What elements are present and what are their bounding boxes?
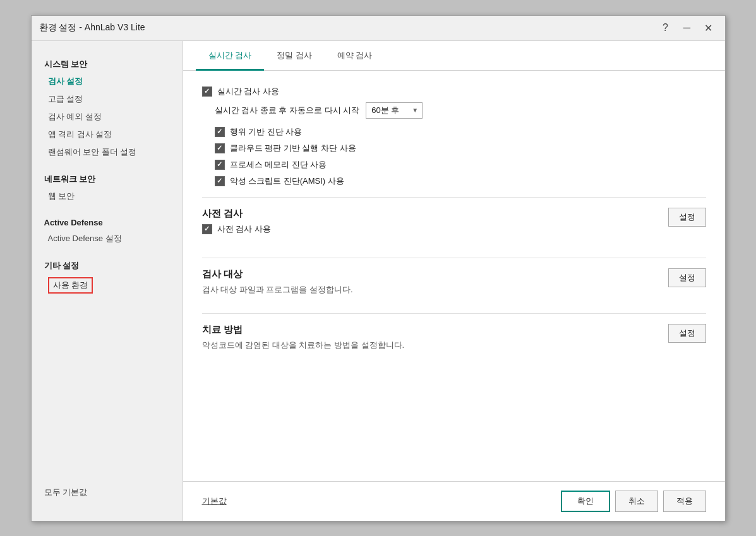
pre-scan-section: 사전 검사 사전 검사 사용 설정 — [202, 208, 706, 240]
sidebar-item-usage-env[interactable]: 사용 환경 — [48, 277, 93, 294]
memory-checkbox[interactable] — [215, 160, 225, 170]
behavior-label: 행위 기반 진단 사용 — [230, 126, 303, 138]
behavior-checkbox[interactable] — [215, 127, 225, 137]
treatment-settings-button[interactable]: 설정 — [668, 324, 706, 343]
pre-scan-title: 사전 검사 — [202, 208, 271, 220]
sidebar-section-active-defense: Active Defense — [32, 213, 183, 230]
bottom-left: 기본값 — [202, 495, 227, 507]
script-checkbox[interactable] — [215, 176, 225, 186]
scan-target-section: 검사 대상 검사 대상 파일과 프로그램을 설정합니다. 설정 — [202, 268, 706, 295]
pre-scan-header: 사전 검사 사전 검사 사용 설정 — [202, 208, 706, 240]
scan-target-desc: 검사 대상 파일과 프로그램을 설정합니다. — [202, 284, 353, 295]
scan-target-title: 검사 대상 — [202, 268, 353, 280]
divider-1 — [202, 197, 706, 198]
restart-row: 실시간 검사 종료 후 자동으로 다시 시작 60분 후 ▼ — [215, 102, 706, 119]
sidebar-section-other: 기타 설정 — [32, 255, 183, 274]
treatment-desc: 악성코드에 감염된 대상을 치료하는 방법을 설정합니다. — [202, 340, 405, 351]
cloud-label: 클라우드 평판 기반 실행 차단 사용 — [230, 143, 356, 154]
memory-row: 프로세스 메모리 진단 사용 — [215, 159, 706, 170]
window-title: 환경 설정 - AhnLab V3 Lite — [39, 22, 145, 33]
bottom-right: 확인 취소 적용 — [561, 491, 706, 512]
sidebar-section-system: 시스템 보안 — [32, 54, 183, 73]
title-bar: 환경 설정 - AhnLab V3 Lite ? ─ ✕ — [32, 16, 725, 41]
pre-scan-enable-row: 사전 검사 사용 — [202, 223, 271, 235]
sidebar-item-scan-settings[interactable]: 검사 설정 — [32, 73, 183, 90]
scan-target-header: 검사 대상 검사 대상 파일과 프로그램을 설정합니다. 설정 — [202, 268, 706, 295]
realtime-enable-checkbox[interactable] — [202, 86, 212, 97]
treatment-header: 치료 방법 악성코드에 감염된 대상을 치료하는 방법을 설정합니다. 설정 — [202, 324, 706, 351]
sidebar-item-web-security[interactable]: 웹 보안 — [32, 188, 183, 205]
divider-2 — [202, 258, 706, 258]
dropdown-arrow-icon: ▼ — [412, 107, 418, 114]
main-content: 실시간 검사 정밀 검사 예약 검사 실시간 검사 사용 실시간 검사 종료 후… — [183, 41, 725, 521]
apply-button[interactable]: 적용 — [663, 491, 706, 512]
main-window: 환경 설정 - AhnLab V3 Lite ? ─ ✕ 시스템 보안 검사 설… — [31, 15, 726, 521]
reset-all-link[interactable]: 모두 기본값 — [44, 487, 88, 497]
sidebar: 시스템 보안 검사 설정 고급 설정 검사 예외 설정 앱 격리 검사 설정 랜… — [32, 41, 183, 521]
help-button[interactable]: ? — [657, 21, 675, 35]
memory-label: 프로세스 메모리 진단 사용 — [230, 159, 327, 170]
divider-3 — [202, 313, 706, 314]
scan-target-settings-button[interactable]: 설정 — [668, 268, 706, 287]
treatment-title: 치료 방법 — [202, 324, 405, 336]
default-link[interactable]: 기본값 — [202, 496, 227, 506]
bottom-bar: 기본값 확인 취소 적용 — [183, 481, 725, 521]
sidebar-item-ransomware[interactable]: 랜섬웨어 보안 폴더 설정 — [32, 143, 183, 161]
cloud-checkbox[interactable] — [215, 143, 225, 153]
tab-realtime[interactable]: 실시간 검사 — [196, 41, 265, 71]
script-row: 악성 스크립트 진단(AMSI) 사용 — [215, 176, 706, 187]
tab-precise[interactable]: 정밀 검사 — [264, 41, 325, 71]
cancel-button[interactable]: 취소 — [615, 491, 658, 512]
content-area: 실시간 검사 사용 실시간 검사 종료 후 자동으로 다시 시작 60분 후 ▼… — [183, 71, 725, 481]
pre-scan-settings-button[interactable]: 설정 — [668, 208, 706, 227]
minimize-button[interactable]: ─ — [678, 21, 696, 35]
close-button[interactable]: ✕ — [700, 21, 717, 35]
scan-target-content: 검사 대상 검사 대상 파일과 프로그램을 설정합니다. — [202, 268, 353, 295]
restart-dropdown-value: 60분 후 — [371, 105, 399, 116]
restart-dropdown[interactable]: 60분 후 ▼ — [366, 102, 423, 119]
behavior-row: 행위 기반 진단 사용 — [215, 126, 706, 138]
window-body: 시스템 보안 검사 설정 고급 설정 검사 예외 설정 앱 격리 검사 설정 랜… — [32, 41, 725, 521]
realtime-enable-row: 실시간 검사 사용 — [202, 86, 706, 97]
realtime-enable-label: 실시간 검사 사용 — [217, 86, 279, 97]
pre-scan-content: 사전 검사 사전 검사 사용 — [202, 208, 271, 240]
treatment-section: 치료 방법 악성코드에 감염된 대상을 치료하는 방법을 설정합니다. 설정 — [202, 324, 706, 351]
sidebar-item-active-defense-settings[interactable]: Active Defense 설정 — [32, 230, 183, 247]
script-label: 악성 스크립트 진단(AMSI) 사용 — [230, 176, 344, 187]
treatment-content: 치료 방법 악성코드에 감염된 대상을 치료하는 방법을 설정합니다. — [202, 324, 405, 351]
restart-label: 실시간 검사 종료 후 자동으로 다시 시작 — [215, 105, 360, 116]
pre-scan-enable-label: 사전 검사 사용 — [217, 223, 271, 235]
title-bar-controls: ? ─ ✕ — [657, 21, 717, 35]
cloud-row: 클라우드 평판 기반 실행 차단 사용 — [215, 143, 706, 154]
tab-scheduled[interactable]: 예약 검사 — [325, 41, 385, 71]
sidebar-reset-all: 모두 기본값 — [32, 476, 183, 508]
sidebar-item-scan-exception[interactable]: 검사 예외 설정 — [32, 108, 183, 126]
tab-bar: 실시간 검사 정밀 검사 예약 검사 — [183, 41, 725, 71]
sidebar-section-network: 네트워크 보안 — [32, 169, 183, 188]
sidebar-item-usage-env-wrapper: 사용 환경 — [32, 274, 183, 297]
sidebar-item-advanced-settings[interactable]: 고급 설정 — [32, 90, 183, 108]
ok-button[interactable]: 확인 — [561, 491, 610, 512]
pre-scan-checkbox[interactable] — [202, 224, 212, 234]
sidebar-item-app-quarantine[interactable]: 앱 격리 검사 설정 — [32, 126, 183, 143]
